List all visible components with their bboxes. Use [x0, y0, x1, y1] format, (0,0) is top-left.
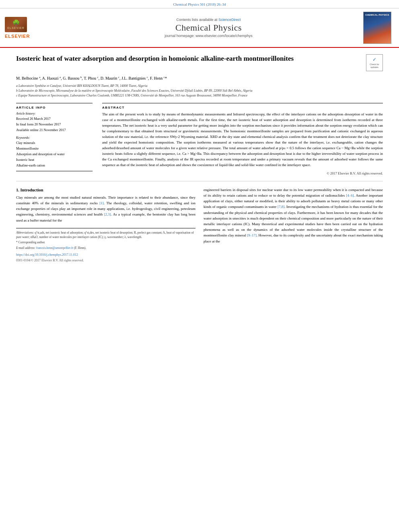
corresponding-label: * Corresponding author.	[16, 240, 45, 244]
journal-header: 🌳 ELSEVIER ELSEVIER Contents lists avail…	[0, 8, 399, 48]
main-content: Isosteric heat of water adsorption and d…	[0, 48, 399, 271]
affiliation-c: c Equipe Nanostructure et Spectroscopie,…	[16, 93, 383, 98]
section-title: Introduction	[21, 188, 43, 192]
keyword-1: Clay minerals	[16, 141, 93, 146]
elsevier-logo: 🌳 ELSEVIER	[5, 17, 57, 32]
article-info-title: ARTICLE INFO	[16, 106, 93, 109]
abbreviations-text: q°st,ads, net isosteric heat of adsorpti…	[16, 231, 194, 239]
author-sup-c4: c	[164, 76, 165, 79]
journal-header-center: Contents lists available at ScienceDirec…	[60, 12, 357, 44]
body-col-right: engineered barriers in disposal sites fo…	[204, 187, 383, 263]
journal-cover-label: CHEMICAL PHYSICS	[365, 14, 389, 17]
author-sup-c: c	[97, 76, 99, 79]
article-title: Isosteric heat of water adsorption and d…	[16, 54, 361, 64]
keyword-3: Adsorption and desorption of water	[16, 152, 93, 157]
body-col-left: 1. Introduction Clay minerals are among …	[16, 187, 195, 263]
authors-line: M. Belhocine a, A. Haouzi a, G. Bassou b…	[16, 75, 383, 81]
footnote-area: Abbreviations: q°st,ads, net isosteric h…	[16, 228, 195, 263]
body-two-col: 1. Introduction Clay minerals are among …	[16, 187, 383, 263]
abstract-box: ABSTRACT The aim of the present work is …	[102, 103, 383, 175]
homepage-label: journal homepage: www.elsevier.com/locat…	[165, 34, 253, 38]
issn-line: 0301-0104/© 2017 Elsevier B.V. All right…	[16, 258, 195, 263]
author-sup-c3: c	[147, 76, 148, 79]
sciencedirect-line: Contents lists available at ScienceDirec…	[176, 18, 241, 22]
sciencedirect-prefix: Contents lists available at	[176, 18, 217, 22]
citation-9-17[interactable]: [9–17]	[247, 233, 257, 237]
citation-1[interactable]: [1]	[99, 201, 104, 205]
author-sup-b: b	[80, 76, 82, 79]
author-sup-a2: a	[60, 76, 61, 79]
journal-cover-thumbnail: CHEMICAL PHYSICS	[363, 12, 391, 44]
doi-link[interactable]: https://doi.org/10.1016/j.chemphys.2017.…	[16, 253, 78, 257]
author-sup-c2: c	[118, 76, 119, 79]
footnote-corresponding: * Corresponding author.	[16, 240, 195, 244]
footnote-abbreviations: Abbreviations: q°st,ads, net isosteric h…	[16, 230, 195, 240]
journal-homepage-line: journal homepage: www.elsevier.com/locat…	[165, 34, 253, 38]
elsevier-brand-label: ELSEVIER	[5, 34, 57, 39]
keywords-label: Keywords:	[16, 136, 93, 140]
journal-cover-area: CHEMICAL PHYSICS	[360, 12, 394, 44]
page: Chemical Physics 501 (2018) 26–34 🌳 ELSE…	[0, 0, 399, 532]
author-sup-a: a	[39, 76, 40, 79]
citation-7-8[interactable]: [7,8]	[278, 205, 284, 209]
affiliation-a: a Laboratoire Synthèse et Catalyse, Univ…	[16, 84, 383, 88]
elsevier-logo-graphic: 🌳 ELSEVIER	[5, 17, 27, 32]
journal-citation-text: Chemical Physics 501 (2018) 26–34	[173, 2, 226, 6]
check-update-label: Check for updates	[370, 63, 379, 69]
article-final-form: In final form 20 November 2017	[16, 122, 93, 127]
article-title-section: Isosteric heat of water adsorption and d…	[16, 54, 383, 71]
citation-4-6[interactable]: [4–6]	[346, 193, 354, 197]
section-divider	[16, 181, 383, 181]
article-available: Available online 21 November 2017	[16, 128, 93, 133]
section-1-heading: 1. Introduction	[16, 188, 195, 192]
article-received: Received 26 March 2017	[16, 117, 93, 121]
article-info-column: ARTICLE INFO Article history: Received 2…	[16, 103, 93, 175]
keyword-4: Isosteric heat	[16, 158, 93, 162]
check-update-badge: ✓ Check for updates	[366, 54, 383, 71]
sciencedirect-link[interactable]: ScienceDirect	[218, 18, 241, 22]
article-info-box: ARTICLE INFO Article history: Received 2…	[16, 103, 93, 171]
affiliation-b: b Laboratoire de Microscopie, Microanaly…	[16, 88, 383, 93]
journal-title: Chemical Physics	[175, 23, 242, 33]
affiliations: a Laboratoire Synthèse et Catalyse, Univ…	[16, 84, 383, 98]
citation-2-3[interactable]: [2,3]	[104, 212, 111, 216]
abstract-column: ABSTRACT The aim of the present work is …	[102, 103, 383, 175]
abbreviations-label: Abbreviations:	[16, 231, 34, 234]
footnote-email: E-mail address: francois.henn@umontpelli…	[16, 246, 195, 250]
check-update-icon: ✓	[372, 57, 376, 62]
keyword-5: Alkaline-earth cation	[16, 163, 93, 168]
abstract-text: The aim of the present work is to study …	[102, 112, 383, 168]
keyword-2: Montmorillonite	[16, 146, 93, 151]
email-suffix: (F. Henn).	[74, 246, 86, 250]
section-1-paragraph-1: Clay minerals are among the most studied…	[16, 195, 195, 223]
elsevier-logo-text: ELSEVIER	[7, 27, 25, 29]
article-info-abstract-section: ARTICLE INFO Article history: Received 2…	[16, 103, 383, 175]
elsevier-tree-icon: 🌳	[12, 20, 20, 27]
email-label: E-mail address:	[16, 246, 35, 250]
copyright-line: © 2017 Elsevier B.V. All rights reserved…	[102, 171, 383, 175]
section-1-paragraph-2: engineered barriers in disposal sites fo…	[204, 187, 383, 244]
article-history-label: Article history:	[16, 112, 93, 115]
email-link[interactable]: francois.henn@umontpellier.fr	[36, 246, 73, 250]
abstract-title: ABSTRACT	[102, 106, 383, 109]
section-number: 1.	[16, 188, 19, 192]
doi-line: https://doi.org/10.1016/j.chemphys.2017.…	[16, 253, 195, 257]
publisher-logo-area: 🌳 ELSEVIER ELSEVIER	[5, 12, 57, 44]
journal-citation-bar: Chemical Physics 501 (2018) 26–34	[0, 0, 399, 8]
